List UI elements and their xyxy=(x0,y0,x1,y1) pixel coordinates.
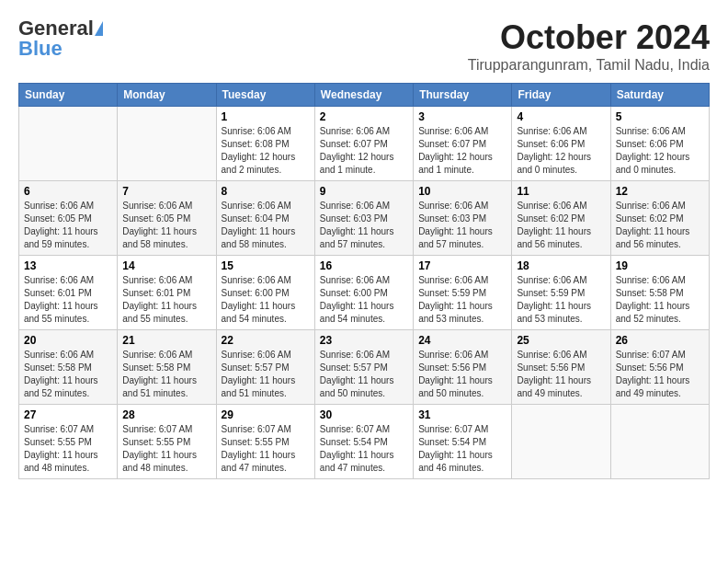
calendar-day-cell: 4Sunrise: 6:06 AM Sunset: 6:06 PM Daylig… xyxy=(512,107,610,181)
calendar-week-row: 1Sunrise: 6:06 AM Sunset: 6:08 PM Daylig… xyxy=(19,107,710,181)
day-detail: Sunrise: 6:06 AM Sunset: 5:56 PM Dayligh… xyxy=(517,349,605,400)
calendar-week-row: 6Sunrise: 6:06 AM Sunset: 6:05 PM Daylig… xyxy=(19,181,710,256)
day-detail: Sunrise: 6:06 AM Sunset: 5:57 PM Dayligh… xyxy=(222,349,310,400)
calendar-empty-cell xyxy=(118,107,216,181)
day-number: 27 xyxy=(24,408,112,421)
day-number: 6 xyxy=(24,185,112,198)
day-detail: Sunrise: 6:06 AM Sunset: 6:08 PM Dayligh… xyxy=(222,125,310,177)
calendar-header: SundayMondayTuesdayWednesdayThursdayFrid… xyxy=(19,84,710,107)
day-number: 8 xyxy=(222,185,310,198)
calendar-day-cell: 3Sunrise: 6:06 AM Sunset: 6:07 PM Daylig… xyxy=(414,107,512,181)
calendar-week-row: 20Sunrise: 6:06 AM Sunset: 5:58 PM Dayli… xyxy=(19,330,710,405)
day-detail: Sunrise: 6:06 AM Sunset: 5:59 PM Dayligh… xyxy=(517,274,605,326)
day-detail: Sunrise: 6:06 AM Sunset: 6:03 PM Dayligh… xyxy=(320,200,408,251)
day-number: 14 xyxy=(122,259,210,272)
day-detail: Sunrise: 6:06 AM Sunset: 6:02 PM Dayligh… xyxy=(616,200,704,251)
day-number: 22 xyxy=(222,334,310,347)
day-of-week-header: Saturday xyxy=(610,84,709,107)
day-number: 13 xyxy=(24,259,112,272)
calendar-day-cell: 7Sunrise: 6:06 AM Sunset: 6:05 PM Daylig… xyxy=(118,181,216,256)
day-detail: Sunrise: 6:06 AM Sunset: 6:03 PM Dayligh… xyxy=(418,200,506,251)
day-number: 30 xyxy=(320,408,408,421)
calendar-day-cell: 8Sunrise: 6:06 AM Sunset: 6:04 PM Daylig… xyxy=(216,181,314,256)
calendar-day-cell: 25Sunrise: 6:06 AM Sunset: 5:56 PM Dayli… xyxy=(512,330,610,405)
day-detail: Sunrise: 6:06 AM Sunset: 6:04 PM Dayligh… xyxy=(222,200,310,251)
calendar-day-cell: 2Sunrise: 6:06 AM Sunset: 6:07 PM Daylig… xyxy=(314,107,413,181)
page-header: General Blue October 2024 Tirupparangunr… xyxy=(18,18,710,74)
day-detail: Sunrise: 6:06 AM Sunset: 6:01 PM Dayligh… xyxy=(122,274,210,326)
logo-general-text: General xyxy=(18,18,94,39)
day-detail: Sunrise: 6:07 AM Sunset: 5:55 PM Dayligh… xyxy=(222,423,310,475)
day-detail: Sunrise: 6:06 AM Sunset: 6:06 PM Dayligh… xyxy=(517,125,605,177)
calendar-day-cell: 18Sunrise: 6:06 AM Sunset: 5:59 PM Dayli… xyxy=(512,256,610,330)
calendar-day-cell: 13Sunrise: 6:06 AM Sunset: 6:01 PM Dayli… xyxy=(19,256,118,330)
day-detail: Sunrise: 6:07 AM Sunset: 5:54 PM Dayligh… xyxy=(320,423,408,475)
day-number: 10 xyxy=(418,185,506,198)
day-detail: Sunrise: 6:07 AM Sunset: 5:54 PM Dayligh… xyxy=(418,423,506,475)
calendar-day-cell: 16Sunrise: 6:06 AM Sunset: 6:00 PM Dayli… xyxy=(314,256,413,330)
calendar-table: SundayMondayTuesdayWednesdayThursdayFrid… xyxy=(18,83,710,479)
day-number: 31 xyxy=(418,408,506,421)
day-of-week-header: Monday xyxy=(118,84,216,107)
day-of-week-header: Wednesday xyxy=(314,84,413,107)
day-detail: Sunrise: 6:06 AM Sunset: 6:06 PM Dayligh… xyxy=(616,125,704,177)
day-detail: Sunrise: 6:06 AM Sunset: 6:05 PM Dayligh… xyxy=(122,200,210,251)
day-number: 25 xyxy=(517,334,605,347)
calendar-day-cell: 21Sunrise: 6:06 AM Sunset: 5:58 PM Dayli… xyxy=(118,330,216,405)
day-detail: Sunrise: 6:06 AM Sunset: 6:01 PM Dayligh… xyxy=(24,274,112,326)
calendar-day-cell: 31Sunrise: 6:07 AM Sunset: 5:54 PM Dayli… xyxy=(414,405,512,479)
day-number: 5 xyxy=(616,110,704,123)
day-detail: Sunrise: 6:07 AM Sunset: 5:55 PM Dayligh… xyxy=(122,423,210,475)
day-number: 29 xyxy=(222,408,310,421)
day-number: 26 xyxy=(616,334,704,347)
day-number: 20 xyxy=(24,334,112,347)
day-of-week-header: Thursday xyxy=(414,84,512,107)
calendar-day-cell: 11Sunrise: 6:06 AM Sunset: 6:02 PM Dayli… xyxy=(512,181,610,256)
day-number: 1 xyxy=(222,110,310,123)
calendar-header-row: SundayMondayTuesdayWednesdayThursdayFrid… xyxy=(19,84,710,107)
calendar-day-cell: 10Sunrise: 6:06 AM Sunset: 6:03 PM Dayli… xyxy=(414,181,512,256)
calendar-empty-cell xyxy=(512,405,610,479)
calendar-day-cell: 22Sunrise: 6:06 AM Sunset: 5:57 PM Dayli… xyxy=(216,330,314,405)
day-number: 16 xyxy=(320,259,408,272)
day-detail: Sunrise: 6:06 AM Sunset: 5:58 PM Dayligh… xyxy=(24,349,112,400)
day-number: 15 xyxy=(222,259,310,272)
calendar-empty-cell xyxy=(610,405,709,479)
calendar-day-cell: 15Sunrise: 6:06 AM Sunset: 6:00 PM Dayli… xyxy=(216,256,314,330)
location-subtitle: Tirupparangunram, Tamil Nadu, India xyxy=(468,57,710,74)
day-number: 18 xyxy=(517,259,605,272)
day-detail: Sunrise: 6:06 AM Sunset: 5:58 PM Dayligh… xyxy=(616,274,704,326)
day-detail: Sunrise: 6:06 AM Sunset: 6:00 PM Dayligh… xyxy=(320,274,408,326)
day-number: 4 xyxy=(517,110,605,123)
calendar-day-cell: 17Sunrise: 6:06 AM Sunset: 5:59 PM Dayli… xyxy=(414,256,512,330)
day-detail: Sunrise: 6:07 AM Sunset: 5:55 PM Dayligh… xyxy=(24,423,112,475)
day-of-week-header: Tuesday xyxy=(216,84,314,107)
calendar-day-cell: 5Sunrise: 6:06 AM Sunset: 6:06 PM Daylig… xyxy=(610,107,709,181)
calendar-day-cell: 28Sunrise: 6:07 AM Sunset: 5:55 PM Dayli… xyxy=(118,405,216,479)
day-number: 21 xyxy=(122,334,210,347)
calendar-empty-cell xyxy=(19,107,118,181)
day-detail: Sunrise: 6:06 AM Sunset: 6:00 PM Dayligh… xyxy=(222,274,310,326)
calendar-day-cell: 29Sunrise: 6:07 AM Sunset: 5:55 PM Dayli… xyxy=(216,405,314,479)
day-number: 7 xyxy=(122,185,210,198)
day-detail: Sunrise: 6:07 AM Sunset: 5:56 PM Dayligh… xyxy=(616,349,704,400)
day-number: 9 xyxy=(320,185,408,198)
calendar-day-cell: 27Sunrise: 6:07 AM Sunset: 5:55 PM Dayli… xyxy=(19,405,118,479)
calendar-day-cell: 24Sunrise: 6:06 AM Sunset: 5:56 PM Dayli… xyxy=(414,330,512,405)
calendar-day-cell: 6Sunrise: 6:06 AM Sunset: 6:05 PM Daylig… xyxy=(19,181,118,256)
day-of-week-header: Sunday xyxy=(19,84,118,107)
calendar-day-cell: 19Sunrise: 6:06 AM Sunset: 5:58 PM Dayli… xyxy=(610,256,709,330)
calendar-day-cell: 20Sunrise: 6:06 AM Sunset: 5:58 PM Dayli… xyxy=(19,330,118,405)
logo: General Blue xyxy=(18,18,103,59)
day-detail: Sunrise: 6:06 AM Sunset: 6:02 PM Dayligh… xyxy=(517,200,605,251)
day-number: 11 xyxy=(517,185,605,198)
calendar-day-cell: 26Sunrise: 6:07 AM Sunset: 5:56 PM Dayli… xyxy=(610,330,709,405)
day-detail: Sunrise: 6:06 AM Sunset: 6:07 PM Dayligh… xyxy=(418,125,506,177)
day-number: 12 xyxy=(616,185,704,198)
logo-blue-text: Blue xyxy=(18,37,63,60)
calendar-day-cell: 12Sunrise: 6:06 AM Sunset: 6:02 PM Dayli… xyxy=(610,181,709,256)
logo-triangle-icon xyxy=(95,21,103,36)
day-number: 3 xyxy=(418,110,506,123)
calendar-day-cell: 30Sunrise: 6:07 AM Sunset: 5:54 PM Dayli… xyxy=(314,405,413,479)
title-block: October 2024 Tirupparangunram, Tamil Nad… xyxy=(468,18,710,74)
